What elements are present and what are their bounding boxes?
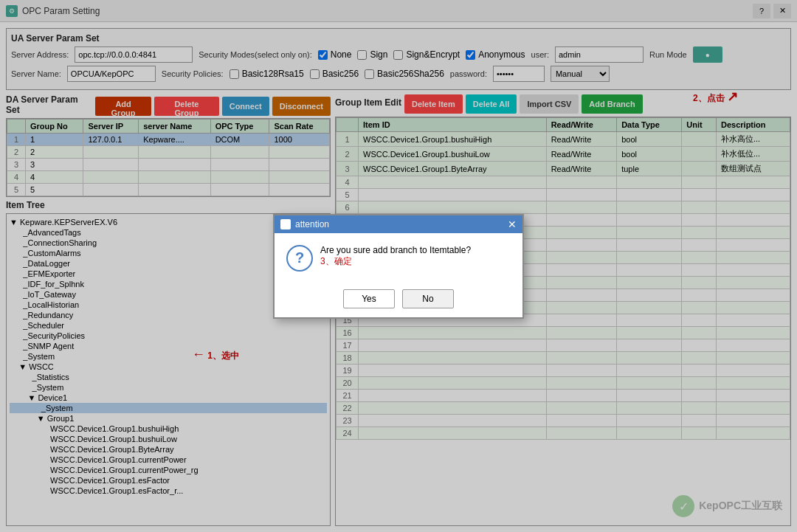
dialog-buttons: Yes No xyxy=(275,283,522,317)
dialog-overlay: attention ✕ ? Are you sure add branch to… xyxy=(0,0,797,532)
dialog-yes-button[interactable]: Yes xyxy=(343,289,395,308)
dialog-title-icon xyxy=(280,219,291,229)
dialog-body: ? Are you sure add branch to Itemtable? … xyxy=(275,233,522,283)
dialog-no-button[interactable]: No xyxy=(402,289,454,308)
dialog-close-button[interactable]: ✕ xyxy=(508,218,517,230)
dialog-annotation: 3、确定 xyxy=(320,255,471,268)
dialog-content: Are you sure add branch to Itemtable? 3、… xyxy=(320,245,471,268)
dialog-titlebar: attention ✕ xyxy=(275,215,522,233)
dialog-title: attention xyxy=(295,219,329,229)
dialog-question-icon: ? xyxy=(286,245,313,272)
attention-dialog: attention ✕ ? Are you sure add branch to… xyxy=(273,214,524,319)
dialog-message: Are you sure add branch to Itemtable? xyxy=(320,245,471,255)
